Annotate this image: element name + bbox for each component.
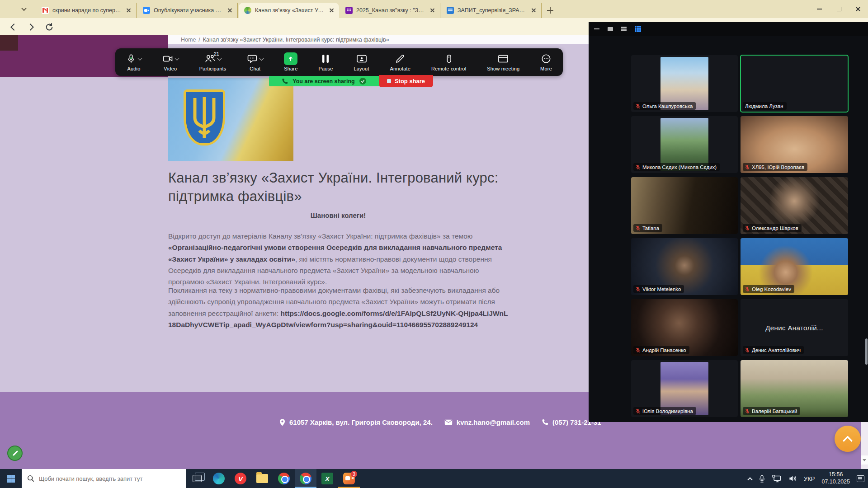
share-button[interactable]: Share: [284, 53, 297, 71]
participant-tile-active-speaker[interactable]: Людмила Лузан: [741, 55, 848, 112]
mic-off-icon: [636, 103, 640, 109]
participants-button[interactable]: 21 Participants: [199, 53, 226, 71]
mic-off-icon: [636, 347, 640, 353]
zoom-app-button[interactable]: 3: [338, 469, 360, 488]
window-minimize-button[interactable]: [810, 0, 828, 18]
microphone-icon[interactable]: [759, 474, 765, 483]
new-tab-button[interactable]: [545, 5, 555, 15]
scroll-to-top-button[interactable]: [835, 426, 861, 452]
participant-tile[interactable]: Tatiana: [631, 177, 738, 234]
close-icon[interactable]: [226, 7, 234, 14]
participant-tile[interactable]: Микола Сєдих (Микола Сєдих): [631, 116, 738, 173]
clock[interactable]: 15:56 07.10.2025: [821, 471, 850, 485]
participant-tile-camera-off[interactable]: Денис Анатолій... Денис Анатолійович: [741, 299, 848, 356]
chevron-down-icon[interactable]: [217, 56, 222, 61]
tab-zoom[interactable]: Опублікувати учасника - Zoom: [137, 3, 238, 18]
browser-tabbar: скрини наради по супервізії - Опублікува…: [0, 0, 868, 18]
show-meeting-button[interactable]: Show meeting: [487, 53, 519, 71]
network-icon[interactable]: [772, 475, 782, 483]
start-button[interactable]: [0, 469, 22, 488]
stacked-view-icon[interactable]: [621, 27, 627, 31]
microphone-icon: [126, 53, 136, 64]
pause-share-button[interactable]: Pause: [318, 53, 333, 71]
chrome-active-button[interactable]: [295, 469, 316, 488]
speaker-icon[interactable]: [788, 475, 797, 482]
tab-doc-2025[interactable]: 2025_Канал зв"язку : "Захист У: [340, 3, 440, 18]
toolbar-label: More: [540, 66, 552, 71]
action-center-icon[interactable]: [857, 475, 864, 482]
chevron-down-icon[interactable]: [175, 56, 179, 61]
layout-button[interactable]: Layout: [354, 53, 369, 71]
page-title: Канал зв’язку «Захист України. Інтегрова…: [168, 169, 503, 206]
phone-icon: [282, 78, 288, 84]
footer-address: 61057 Харків, вул. Григорія Сковороди, 2…: [279, 418, 433, 426]
video-button[interactable]: Video: [162, 53, 179, 71]
task-view-button[interactable]: [186, 469, 208, 488]
scrollbar-down-arrow[interactable]: [861, 455, 868, 465]
refresh-button[interactable]: [44, 22, 54, 32]
chat-button[interactable]: Chat: [247, 53, 263, 71]
chrome-icon: [300, 473, 311, 484]
participant-tile[interactable]: Валерій Багацький: [741, 360, 848, 417]
mic-off-icon: [636, 286, 640, 292]
remote-control-button[interactable]: Remote control: [431, 53, 466, 71]
taskbar-search[interactable]: [22, 469, 186, 488]
audio-button[interactable]: Audio: [126, 53, 142, 71]
tab-zapyt-doc[interactable]: ЗАПИТ_супервізія_ЗРАЗОК.doc: [441, 3, 542, 18]
file-explorer-button[interactable]: [251, 469, 273, 488]
participant-tile[interactable]: Андрій Панасенко: [631, 299, 738, 356]
participant-tile[interactable]: Олександр Шарков: [741, 177, 848, 234]
search-input[interactable]: [39, 475, 175, 482]
task-view-icon: [193, 475, 202, 482]
stop-share-label: Stop share: [395, 78, 425, 84]
hidden-icons-chevron[interactable]: [747, 477, 752, 482]
chrome-button[interactable]: [273, 469, 295, 488]
window-close-button[interactable]: [849, 0, 867, 18]
tab-gmail[interactable]: скрини наради по супервізії -: [36, 3, 137, 18]
breadcrumb-home-link[interactable]: Home: [181, 37, 196, 43]
footer-email[interactable]: kvnz.hano@gmail.com: [444, 418, 530, 426]
meeting-window-icon: [497, 53, 509, 64]
gallery-view-icon[interactable]: [635, 26, 641, 32]
participant-tile[interactable]: Viktor Metelenko: [631, 238, 738, 295]
chevron-down-icon[interactable]: [138, 56, 142, 61]
stop-share-button[interactable]: Stop share: [379, 75, 433, 87]
gallery-scrollbar[interactable]: [865, 338, 868, 365]
mic-off-icon: [745, 225, 750, 231]
close-icon[interactable]: [328, 7, 335, 14]
back-button[interactable]: [8, 22, 18, 32]
window-maximize-button[interactable]: [830, 0, 848, 18]
page-scrollbar[interactable]: [861, 422, 868, 469]
windows-logo-icon: [7, 475, 15, 483]
minimize-icon[interactable]: [594, 28, 599, 29]
tab-search-chevron[interactable]: [18, 4, 30, 14]
participant-name-label: Tatiana: [633, 224, 662, 232]
close-icon[interactable]: [429, 7, 436, 14]
site-logo-block: [0, 35, 18, 51]
annotate-button[interactable]: Annotate: [390, 53, 410, 71]
participant-name: Андрій Панасенко: [642, 347, 686, 353]
chevron-down-icon[interactable]: [259, 56, 264, 61]
participant-tile[interactable]: ХЛ95, Юрій Воропаєв: [741, 116, 848, 173]
close-icon[interactable]: [125, 7, 132, 14]
trident-shield-icon: [184, 89, 225, 145]
participant-tile[interactable]: Юлія Володимирівна: [631, 360, 738, 417]
participant-tile[interactable]: Oleg Kozodavlev: [741, 238, 848, 295]
toolbar-label: Share: [284, 66, 297, 71]
more-button[interactable]: More: [540, 53, 552, 71]
speaker-view-icon[interactable]: [608, 27, 613, 31]
edit-fab-button[interactable]: [7, 446, 23, 461]
edge-button[interactable]: [208, 469, 230, 488]
blue-doc-icon: [447, 7, 454, 14]
folder-icon: [256, 474, 268, 483]
participant-name: Юлія Володимирівна: [642, 408, 693, 414]
close-icon[interactable]: [530, 7, 538, 14]
arrow-down-icon: [863, 459, 866, 461]
participant-tile[interactable]: Ольга Кашпуровська: [631, 55, 738, 112]
excel-button[interactable]: X: [316, 469, 338, 488]
language-indicator[interactable]: УКР: [804, 475, 815, 482]
tab-site-active[interactable]: Канал зв’язку «Захист Україн...: [239, 3, 339, 18]
chat-bubble-icon: [247, 53, 258, 64]
forward-button[interactable]: [26, 22, 36, 32]
vivaldi-button[interactable]: V: [230, 469, 251, 488]
